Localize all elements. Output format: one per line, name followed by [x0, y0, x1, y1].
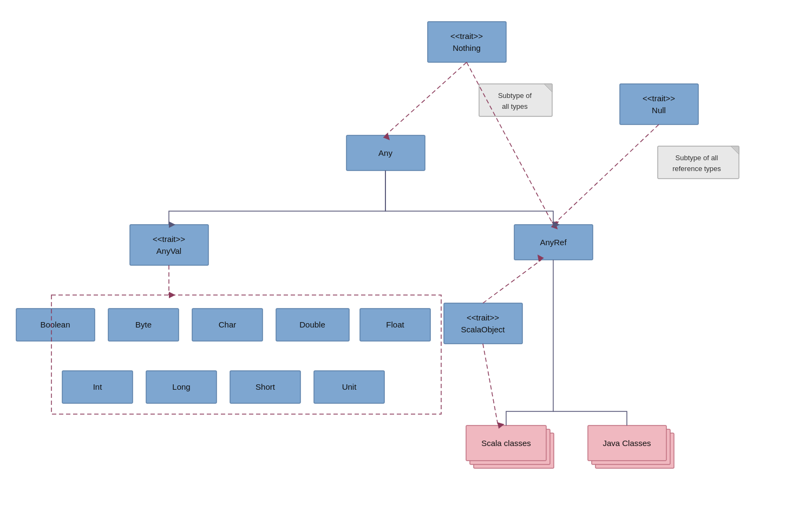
any-label: Any [378, 148, 392, 158]
null-node: <<trait>> Null [620, 84, 698, 125]
subtype-ref-note: Subtype of all reference types [658, 146, 739, 179]
any-to-anyval-line [169, 171, 385, 225]
double-label: Double [299, 320, 325, 329]
svg-rect-4 [658, 146, 739, 179]
double-node: Double [276, 309, 349, 341]
svg-rect-3 [620, 84, 698, 125]
scalaclasses-node: Scala classes [466, 425, 554, 468]
long-label: Long [172, 382, 190, 391]
anyref-label: AnyRef [540, 238, 567, 247]
subtype-ref-label1: Subtype of all [676, 154, 718, 162]
char-node: Char [192, 309, 263, 341]
float-label: Float [386, 320, 404, 329]
svg-rect-0 [428, 22, 506, 62]
unit-node: Unit [314, 371, 384, 403]
nothing-to-any-line [385, 62, 467, 135]
short-label: Short [256, 382, 276, 391]
subtype-all-label2: all types [502, 102, 528, 110]
boolean-node: Boolean [16, 309, 95, 341]
short-node: Short [230, 371, 300, 403]
char-label: Char [219, 320, 237, 329]
anyval-label1: <<trait>> [153, 234, 185, 244]
scalaobject-node: <<trait>> ScalaObject [444, 303, 522, 344]
null-to-anyref-line [553, 125, 659, 225]
scalaobject-label1: <<trait>> [467, 313, 499, 322]
anyref-node: AnyRef [514, 225, 593, 260]
scalaclasses-label: Scala classes [481, 438, 531, 448]
anyref-to-javaclasses-line [553, 411, 627, 425]
int-node: Int [62, 371, 133, 403]
anyval-label2: AnyVal [156, 246, 181, 255]
scalaobject-to-scalaclasses-dashed [483, 344, 498, 425]
null-label2: Null [652, 106, 666, 115]
scalaobject-label2: ScalaObject [461, 325, 506, 334]
svg-rect-18 [444, 303, 522, 344]
byte-node: Byte [108, 309, 179, 341]
subtype-all-label1: Subtype of [498, 91, 532, 100]
svg-rect-1 [479, 84, 552, 116]
subtype-ref-label2: reference types [672, 165, 721, 173]
unit-label: Unit [342, 382, 357, 391]
nothing-node: <<trait>> Nothing [428, 22, 506, 62]
scalaobject-to-anyref-dashed [483, 260, 541, 303]
javaclasses-label: Java Classes [603, 438, 651, 448]
subtype-all-note: Subtype of all types [479, 84, 552, 116]
null-label1: <<trait>> [643, 94, 675, 103]
javaclasses-node: Java Classes [588, 425, 674, 468]
nothing-label2: Nothing [453, 43, 481, 53]
any-to-anyref-line [385, 171, 553, 225]
any-node: Any [346, 135, 425, 171]
float-node: Float [360, 309, 430, 341]
anyval-node: <<trait>> AnyVal [130, 225, 208, 265]
boolean-label: Boolean [40, 320, 70, 329]
byte-label: Byte [135, 320, 152, 329]
long-node: Long [146, 371, 217, 403]
int-label: Int [93, 382, 103, 391]
nothing-label1: <<trait>> [450, 31, 483, 41]
svg-rect-7 [130, 225, 208, 265]
